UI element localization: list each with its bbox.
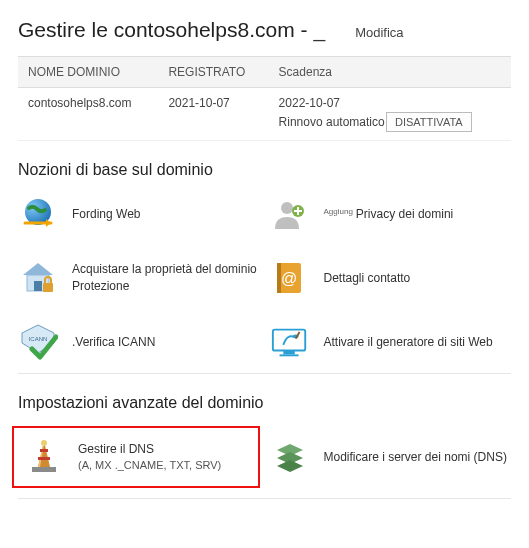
svg-text:ICANN: ICANN [29, 336, 48, 342]
svg-text:@: @ [280, 270, 296, 287]
item-privacy[interactable]: AggiungPrivacy dei domini [270, 193, 512, 235]
item-contact[interactable]: @ Dettagli contatto [270, 257, 512, 299]
item-sitebuilder[interactable]: Attivare il generatore di siti Web [270, 321, 512, 363]
icann-label: Verifica ICANN [75, 335, 155, 349]
cell-expiry: 2022-10-07 Rinnovo automatico DISATTIVAT… [269, 88, 511, 141]
cell-registered: 2021-10-07 [158, 88, 268, 141]
edit-link[interactable]: Modifica [355, 25, 403, 40]
dns-highlight: Gestire il DNS (A, MX ._CNAME, TXT, SRV) [12, 426, 260, 488]
sitebuilder-label: Attivare il generatore di siti Web [324, 334, 493, 351]
address-book-icon: @ [270, 258, 310, 298]
svg-rect-18 [32, 467, 56, 472]
table-row: contosohelps8.com 2021-10-07 2022-10-07 … [18, 88, 511, 141]
svg-rect-14 [283, 351, 294, 355]
forwarding-label: Fording Web [72, 206, 140, 223]
expiry-date: 2022-10-07 [279, 96, 501, 110]
dns-label-1: Gestire il DNS [78, 441, 221, 458]
advanced-grid: Gestire il DNS (A, MX ._CNAME, TXT, SRV)… [18, 426, 511, 488]
svg-rect-21 [40, 449, 48, 452]
domain-info-table: NOME DOMINIO REGISTRATO Scadenza contoso… [18, 56, 511, 141]
svg-rect-7 [43, 283, 53, 292]
col-domain-name: NOME DOMINIO [18, 57, 158, 88]
add-person-icon [270, 194, 310, 234]
ownership-label-2: Protezione [72, 278, 257, 295]
auto-renew-status[interactable]: DISATTIVATA [386, 112, 472, 132]
item-nameservers[interactable]: Modificare i server dei nomi (DNS) [270, 426, 512, 488]
design-monitor-icon [270, 322, 310, 362]
svg-rect-22 [38, 457, 50, 460]
svg-rect-13 [272, 330, 304, 351]
privacy-label: Privacy dei domini [356, 207, 453, 221]
nameservers-label: Modificare i server dei nomi (DNS) [324, 449, 507, 466]
advanced-section-title: Impostazioni avanzate del dominio [18, 394, 511, 412]
item-ownership[interactable]: Acquistare la proprietà del dominio Prot… [18, 257, 260, 299]
svg-rect-15 [279, 354, 298, 356]
page-title: Gestire le contosohelps8.com - [18, 18, 307, 42]
auto-renew-label: Rinnovo automatico [279, 115, 385, 129]
page-header: Gestire le contosohelps8.com - _ Modific… [18, 18, 511, 42]
item-forwarding[interactable]: Fording Web [18, 193, 260, 235]
cell-domain-name: contosohelps8.com [18, 88, 158, 141]
basics-section-title: Nozioni di base sul dominio [18, 161, 511, 179]
globe-icon [18, 194, 58, 234]
basics-grid: Fording Web AggiungPrivacy dei domini [18, 193, 511, 363]
dns-label-2: (A, MX ._CNAME, TXT, SRV) [78, 458, 221, 473]
privacy-prefix: Aggiung [324, 207, 353, 216]
icann-badge-icon: ICANN [18, 322, 58, 362]
svg-marker-1 [46, 219, 51, 227]
title-underscore: _ [313, 18, 325, 42]
contact-label: Dettagli contatto [324, 270, 411, 287]
item-icann[interactable]: ICANN .Verifica ICANN [18, 321, 260, 363]
col-registered: REGISTRATO [158, 57, 268, 88]
svg-point-23 [41, 440, 47, 446]
col-expiry: Scadenza [269, 57, 511, 88]
svg-marker-4 [23, 263, 53, 275]
server-stack-icon [270, 437, 310, 477]
svg-rect-6 [34, 281, 42, 291]
ownership-label-1: Acquistare la proprietà del dominio [72, 261, 257, 278]
svg-marker-26 [277, 460, 303, 472]
item-manage-dns[interactable]: Gestire il DNS (A, MX ._CNAME, TXT, SRV) [24, 436, 248, 478]
house-lock-icon [18, 258, 58, 298]
svg-point-2 [281, 202, 293, 214]
dns-tower-icon [24, 437, 64, 477]
